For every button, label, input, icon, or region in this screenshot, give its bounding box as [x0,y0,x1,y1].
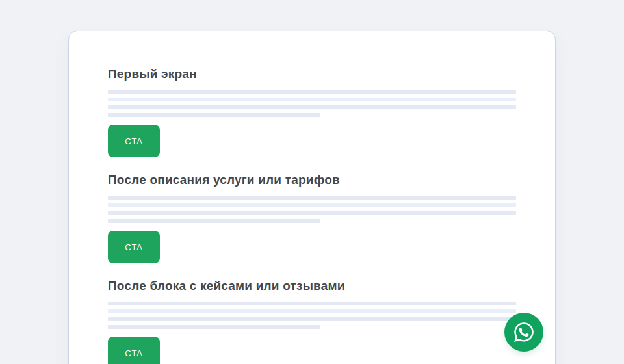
cta-button[interactable]: CTA [108,231,160,263]
skeleton-line [108,203,516,207]
placeholder-text-block [108,196,516,223]
skeleton-line [108,219,320,223]
skeleton-line [108,211,516,215]
placeholder-text-block [108,90,516,117]
placeholder-text-block [108,302,516,329]
skeleton-line [108,302,516,306]
whatsapp-button[interactable] [504,313,543,352]
skeleton-line [108,196,516,200]
skeleton-line [108,113,320,117]
section-title: После блока с кейсами или отзывами [108,279,516,293]
skeleton-line [108,98,516,101]
cta-button[interactable]: CTA [108,337,160,364]
content-card: Первый экран CTA После описания услуги и… [68,31,556,364]
section-after-services: После описания услуги или тарифов CTA [108,173,516,263]
section-first-screen: Первый экран CTA [108,67,516,157]
section-after-cases: После блока с кейсами или отзывами CTA [108,279,516,364]
skeleton-line [108,309,516,313]
skeleton-line [108,105,516,109]
cta-button[interactable]: CTA [108,125,160,157]
skeleton-line [108,317,516,321]
section-title: После описания услуги или тарифов [108,173,516,187]
skeleton-line [108,90,516,94]
skeleton-line [108,325,320,329]
section-title: Первый экран [108,67,516,81]
whatsapp-icon [513,321,535,343]
